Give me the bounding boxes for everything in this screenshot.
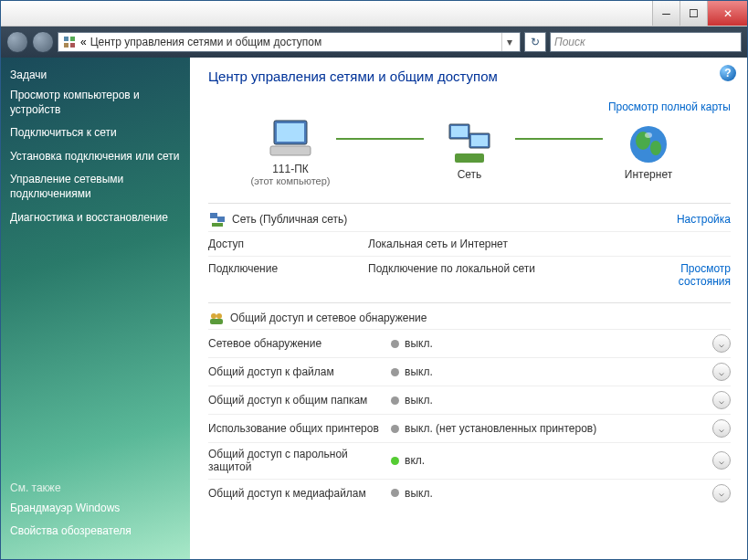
sharing-row-status: выкл. — [391, 337, 712, 350]
chevron-down-icon: ⌵ — [719, 424, 724, 434]
breadcrumb-prefix: « — [80, 36, 87, 48]
svg-rect-1 — [70, 37, 75, 41]
body: Задачи Просмотр компьютеров и устройств … — [1, 58, 747, 559]
minimize-button[interactable]: ─ — [652, 1, 680, 26]
computer-icon — [265, 117, 316, 161]
sidebar-item-manage-connections[interactable]: Управление сетевыми подключениями — [10, 173, 181, 201]
sidebar-item-connect[interactable]: Подключиться к сети — [10, 126, 181, 141]
sharing-row-status: выкл. — [391, 394, 712, 407]
svg-rect-8 — [451, 126, 468, 137]
svg-rect-11 — [455, 153, 484, 163]
sharing-row: Сетевое обнаружениевыкл.⌵ — [208, 329, 731, 357]
sharing-row-status: выкл. (нет установленных принтеров) — [391, 422, 712, 435]
sharing-row-label: Сетевое обнаружение — [208, 337, 391, 350]
tasks-header: Задачи — [10, 69, 181, 81]
sharing-section-title: Общий доступ и сетевое обнаружение — [230, 312, 427, 324]
content-area: ? Центр управления сетями и общим доступ… — [190, 58, 747, 559]
network-section-title: Сеть (Публичная сеть) — [232, 213, 347, 226]
chevron-down-icon: ⌵ — [719, 367, 724, 377]
network-icon — [444, 122, 495, 166]
see-also-header: См. также — [10, 481, 181, 494]
sidebar-item-diagnose[interactable]: Диагностика и восстановление — [10, 211, 181, 226]
close-button[interactable]: ✕ — [707, 1, 747, 26]
svg-rect-18 — [212, 223, 223, 227]
status-dot-icon — [391, 368, 399, 376]
access-label: Доступ — [208, 238, 368, 250]
connection-label: Подключение — [208, 262, 368, 275]
sharing-row-label: Общий доступ к файлам — [208, 365, 391, 378]
expand-button[interactable]: ⌵ — [712, 363, 731, 381]
status-dot-icon — [391, 457, 399, 465]
status-dot-icon — [391, 396, 399, 405]
pc-name-label: 111-ПК — [272, 163, 309, 175]
expand-button[interactable]: ⌵ — [712, 484, 731, 502]
forward-button[interactable] — [32, 31, 54, 53]
network-small-icon — [208, 211, 227, 227]
sharing-row-label: Общий доступ с парольной защитой — [208, 448, 391, 474]
sharing-row: Общий доступ к общим папкамвыкл.⌵ — [208, 386, 731, 414]
view-status-link[interactable]: Просмотр состояния — [679, 262, 731, 288]
svg-point-19 — [211, 313, 216, 319]
svg-rect-5 — [277, 123, 304, 142]
location-icon — [62, 35, 77, 49]
sidebar-item-internet-options[interactable]: Свойства обозревателя — [10, 524, 181, 539]
address-bar[interactable]: « Центр управления сетями и общим доступ… — [58, 32, 521, 52]
chevron-down-icon: ⌵ — [719, 339, 724, 349]
expand-button[interactable]: ⌵ — [712, 334, 731, 353]
page-title: Центр управления сетями и общим доступом — [208, 69, 731, 84]
svg-rect-21 — [210, 319, 223, 324]
status-dot-icon — [391, 489, 399, 497]
diagram-node-internet: Интернет — [594, 122, 703, 181]
svg-rect-10 — [471, 135, 488, 146]
network-section: Сеть (Публичная сеть) Настройка Доступ Л… — [208, 203, 731, 293]
configure-link[interactable]: Настройка — [677, 213, 731, 226]
address-dropdown-button[interactable]: ▾ — [501, 33, 516, 51]
sharing-row-label: Использование общих принтеров — [208, 422, 391, 435]
svg-point-15 — [645, 132, 652, 138]
breadcrumb: Центр управления сетями и общим доступом — [90, 36, 498, 48]
expand-button[interactable]: ⌵ — [712, 391, 731, 409]
svg-rect-16 — [210, 213, 217, 218]
refresh-button[interactable]: ↻ — [524, 32, 546, 52]
svg-point-20 — [216, 313, 222, 319]
navigation-bar: « Центр управления сетями и общим доступ… — [1, 26, 747, 58]
sharing-row: Общий доступ с парольной защитойвкл.⌵ — [208, 442, 731, 479]
svg-rect-2 — [64, 43, 68, 48]
diagram-node-network: Сеть — [415, 122, 524, 181]
view-full-map-link[interactable]: Просмотр полной карты — [608, 100, 731, 113]
sidebar-item-firewall[interactable]: Брандмауэр Windows — [10, 502, 181, 516]
connection-value: Подключение по локальной сети — [368, 262, 648, 275]
svg-rect-6 — [270, 146, 311, 155]
chevron-down-icon: ⌵ — [719, 488, 724, 498]
svg-rect-0 — [64, 37, 68, 41]
sharing-section: Общий доступ и сетевое обнаружение Сетев… — [208, 302, 731, 507]
back-button[interactable] — [6, 31, 28, 53]
sharing-row-status: выкл. — [391, 487, 712, 500]
titlebar: ─ ☐ ✕ — [1, 1, 747, 26]
sidebar-item-view-computers[interactable]: Просмотр компьютеров и устройств — [10, 89, 181, 117]
status-dot-icon — [391, 425, 399, 433]
sharing-row: Общий доступ к файламвыкл.⌵ — [208, 357, 731, 386]
chevron-down-icon: ⌵ — [719, 396, 724, 406]
sharing-row-status: выкл. — [391, 365, 712, 378]
window-frame: ─ ☐ ✕ « Центр управления сетями и общим … — [0, 0, 748, 560]
maximize-button[interactable]: ☐ — [680, 1, 707, 26]
status-dot-icon — [391, 340, 399, 348]
search-input[interactable]: Поиск — [550, 32, 742, 52]
diagram-node-pc: 111-ПК (этот компьютер) — [236, 117, 345, 186]
pc-sub-label: (этот компьютер) — [250, 175, 330, 186]
expand-button[interactable]: ⌵ — [712, 419, 731, 438]
sharing-row: Общий доступ к медиафайламвыкл.⌵ — [208, 479, 731, 507]
expand-button[interactable]: ⌵ — [712, 451, 731, 470]
network-label: Сеть — [458, 168, 482, 181]
sidebar-item-setup-connection[interactable]: Установка подключения или сети — [10, 150, 181, 164]
sharing-row-status: вкл. — [391, 454, 712, 467]
access-value: Локальная сеть и Интернет — [368, 238, 648, 250]
svg-rect-3 — [70, 43, 75, 48]
chevron-down-icon: ⌵ — [719, 456, 724, 466]
svg-point-14 — [650, 141, 661, 155]
sharing-row-label: Общий доступ к медиафайлам — [208, 487, 391, 500]
help-icon[interactable]: ? — [720, 65, 736, 81]
internet-label: Интернет — [625, 168, 672, 181]
sharing-row-label: Общий доступ к общим папкам — [208, 394, 391, 407]
